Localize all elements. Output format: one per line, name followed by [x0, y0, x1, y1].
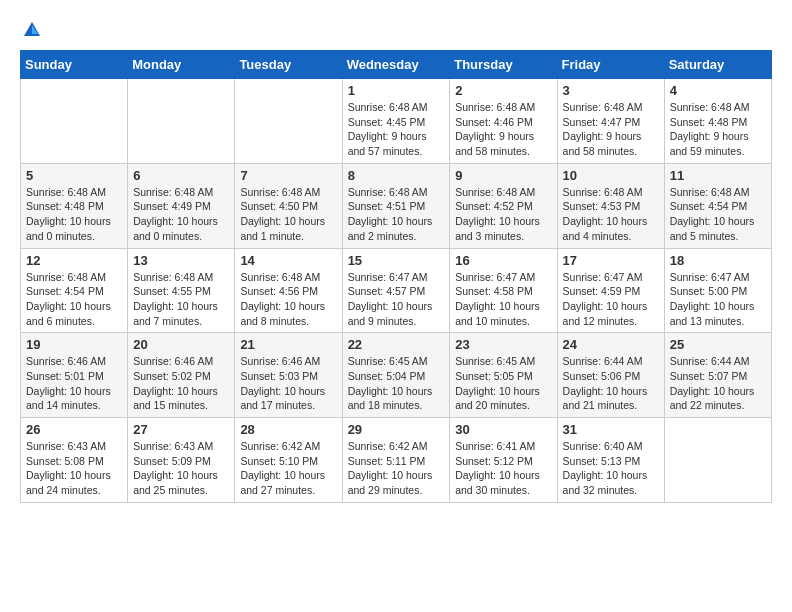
calendar-cell: [664, 418, 771, 503]
calendar-cell: 30Sunrise: 6:41 AM Sunset: 5:12 PM Dayli…: [450, 418, 557, 503]
day-number: 19: [26, 337, 122, 352]
day-info: Sunrise: 6:48 AM Sunset: 4:53 PM Dayligh…: [563, 185, 659, 244]
calendar-cell: 11Sunrise: 6:48 AM Sunset: 4:54 PM Dayli…: [664, 163, 771, 248]
day-number: 6: [133, 168, 229, 183]
day-info: Sunrise: 6:44 AM Sunset: 5:07 PM Dayligh…: [670, 354, 766, 413]
calendar-cell: 15Sunrise: 6:47 AM Sunset: 4:57 PM Dayli…: [342, 248, 450, 333]
day-number: 23: [455, 337, 551, 352]
day-info: Sunrise: 6:48 AM Sunset: 4:52 PM Dayligh…: [455, 185, 551, 244]
day-number: 14: [240, 253, 336, 268]
day-info: Sunrise: 6:42 AM Sunset: 5:10 PM Dayligh…: [240, 439, 336, 498]
day-info: Sunrise: 6:48 AM Sunset: 4:51 PM Dayligh…: [348, 185, 445, 244]
calendar-cell: 2Sunrise: 6:48 AM Sunset: 4:46 PM Daylig…: [450, 79, 557, 164]
day-info: Sunrise: 6:47 AM Sunset: 4:59 PM Dayligh…: [563, 270, 659, 329]
day-number: 17: [563, 253, 659, 268]
day-info: Sunrise: 6:48 AM Sunset: 4:45 PM Dayligh…: [348, 100, 445, 159]
calendar-cell: 13Sunrise: 6:48 AM Sunset: 4:55 PM Dayli…: [128, 248, 235, 333]
calendar-cell: 19Sunrise: 6:46 AM Sunset: 5:01 PM Dayli…: [21, 333, 128, 418]
day-number: 29: [348, 422, 445, 437]
calendar-cell: 1Sunrise: 6:48 AM Sunset: 4:45 PM Daylig…: [342, 79, 450, 164]
calendar-cell: 18Sunrise: 6:47 AM Sunset: 5:00 PM Dayli…: [664, 248, 771, 333]
header-saturday: Saturday: [664, 51, 771, 79]
day-number: 31: [563, 422, 659, 437]
calendar-cell: 16Sunrise: 6:47 AM Sunset: 4:58 PM Dayli…: [450, 248, 557, 333]
day-info: Sunrise: 6:48 AM Sunset: 4:54 PM Dayligh…: [670, 185, 766, 244]
day-info: Sunrise: 6:48 AM Sunset: 4:56 PM Dayligh…: [240, 270, 336, 329]
day-info: Sunrise: 6:47 AM Sunset: 4:58 PM Dayligh…: [455, 270, 551, 329]
day-info: Sunrise: 6:43 AM Sunset: 5:08 PM Dayligh…: [26, 439, 122, 498]
day-number: 28: [240, 422, 336, 437]
day-info: Sunrise: 6:48 AM Sunset: 4:48 PM Dayligh…: [26, 185, 122, 244]
day-number: 22: [348, 337, 445, 352]
day-number: 8: [348, 168, 445, 183]
calendar-cell: 27Sunrise: 6:43 AM Sunset: 5:09 PM Dayli…: [128, 418, 235, 503]
calendar-cell: [21, 79, 128, 164]
calendar-body: 1Sunrise: 6:48 AM Sunset: 4:45 PM Daylig…: [21, 79, 772, 503]
calendar-cell: 28Sunrise: 6:42 AM Sunset: 5:10 PM Dayli…: [235, 418, 342, 503]
page-header: [20, 20, 772, 40]
day-info: Sunrise: 6:48 AM Sunset: 4:48 PM Dayligh…: [670, 100, 766, 159]
day-number: 3: [563, 83, 659, 98]
day-info: Sunrise: 6:48 AM Sunset: 4:49 PM Dayligh…: [133, 185, 229, 244]
day-number: 2: [455, 83, 551, 98]
calendar-cell: 31Sunrise: 6:40 AM Sunset: 5:13 PM Dayli…: [557, 418, 664, 503]
day-info: Sunrise: 6:46 AM Sunset: 5:03 PM Dayligh…: [240, 354, 336, 413]
day-number: 4: [670, 83, 766, 98]
calendar-cell: 8Sunrise: 6:48 AM Sunset: 4:51 PM Daylig…: [342, 163, 450, 248]
day-number: 20: [133, 337, 229, 352]
calendar-cell: 12Sunrise: 6:48 AM Sunset: 4:54 PM Dayli…: [21, 248, 128, 333]
logo: [20, 20, 42, 40]
day-number: 25: [670, 337, 766, 352]
day-info: Sunrise: 6:44 AM Sunset: 5:06 PM Dayligh…: [563, 354, 659, 413]
day-number: 13: [133, 253, 229, 268]
calendar-cell: 3Sunrise: 6:48 AM Sunset: 4:47 PM Daylig…: [557, 79, 664, 164]
calendar-cell: 10Sunrise: 6:48 AM Sunset: 4:53 PM Dayli…: [557, 163, 664, 248]
header-tuesday: Tuesday: [235, 51, 342, 79]
day-info: Sunrise: 6:48 AM Sunset: 4:47 PM Dayligh…: [563, 100, 659, 159]
calendar-cell: 5Sunrise: 6:48 AM Sunset: 4:48 PM Daylig…: [21, 163, 128, 248]
calendar-cell: 29Sunrise: 6:42 AM Sunset: 5:11 PM Dayli…: [342, 418, 450, 503]
calendar-cell: 17Sunrise: 6:47 AM Sunset: 4:59 PM Dayli…: [557, 248, 664, 333]
calendar-header-row: SundayMondayTuesdayWednesdayThursdayFrid…: [21, 51, 772, 79]
calendar-cell: 14Sunrise: 6:48 AM Sunset: 4:56 PM Dayli…: [235, 248, 342, 333]
day-number: 9: [455, 168, 551, 183]
header-wednesday: Wednesday: [342, 51, 450, 79]
logo-icon: [22, 20, 42, 40]
calendar-cell: 9Sunrise: 6:48 AM Sunset: 4:52 PM Daylig…: [450, 163, 557, 248]
calendar-cell: 7Sunrise: 6:48 AM Sunset: 4:50 PM Daylig…: [235, 163, 342, 248]
calendar-cell: 23Sunrise: 6:45 AM Sunset: 5:05 PM Dayli…: [450, 333, 557, 418]
calendar-cell: [235, 79, 342, 164]
day-info: Sunrise: 6:48 AM Sunset: 4:50 PM Dayligh…: [240, 185, 336, 244]
day-info: Sunrise: 6:41 AM Sunset: 5:12 PM Dayligh…: [455, 439, 551, 498]
day-number: 15: [348, 253, 445, 268]
day-info: Sunrise: 6:42 AM Sunset: 5:11 PM Dayligh…: [348, 439, 445, 498]
day-number: 11: [670, 168, 766, 183]
calendar-cell: 21Sunrise: 6:46 AM Sunset: 5:03 PM Dayli…: [235, 333, 342, 418]
header-friday: Friday: [557, 51, 664, 79]
day-info: Sunrise: 6:48 AM Sunset: 4:55 PM Dayligh…: [133, 270, 229, 329]
day-number: 21: [240, 337, 336, 352]
day-info: Sunrise: 6:47 AM Sunset: 5:00 PM Dayligh…: [670, 270, 766, 329]
calendar-week-5: 26Sunrise: 6:43 AM Sunset: 5:08 PM Dayli…: [21, 418, 772, 503]
day-info: Sunrise: 6:43 AM Sunset: 5:09 PM Dayligh…: [133, 439, 229, 498]
day-info: Sunrise: 6:47 AM Sunset: 4:57 PM Dayligh…: [348, 270, 445, 329]
day-info: Sunrise: 6:45 AM Sunset: 5:04 PM Dayligh…: [348, 354, 445, 413]
calendar-cell: [128, 79, 235, 164]
calendar-cell: 20Sunrise: 6:46 AM Sunset: 5:02 PM Dayli…: [128, 333, 235, 418]
day-info: Sunrise: 6:40 AM Sunset: 5:13 PM Dayligh…: [563, 439, 659, 498]
day-number: 26: [26, 422, 122, 437]
day-number: 12: [26, 253, 122, 268]
calendar-cell: 6Sunrise: 6:48 AM Sunset: 4:49 PM Daylig…: [128, 163, 235, 248]
day-number: 16: [455, 253, 551, 268]
day-number: 7: [240, 168, 336, 183]
day-number: 5: [26, 168, 122, 183]
header-sunday: Sunday: [21, 51, 128, 79]
day-number: 10: [563, 168, 659, 183]
calendar-cell: 22Sunrise: 6:45 AM Sunset: 5:04 PM Dayli…: [342, 333, 450, 418]
day-info: Sunrise: 6:46 AM Sunset: 5:02 PM Dayligh…: [133, 354, 229, 413]
day-number: 1: [348, 83, 445, 98]
calendar-cell: 26Sunrise: 6:43 AM Sunset: 5:08 PM Dayli…: [21, 418, 128, 503]
day-info: Sunrise: 6:48 AM Sunset: 4:54 PM Dayligh…: [26, 270, 122, 329]
day-number: 30: [455, 422, 551, 437]
header-monday: Monday: [128, 51, 235, 79]
